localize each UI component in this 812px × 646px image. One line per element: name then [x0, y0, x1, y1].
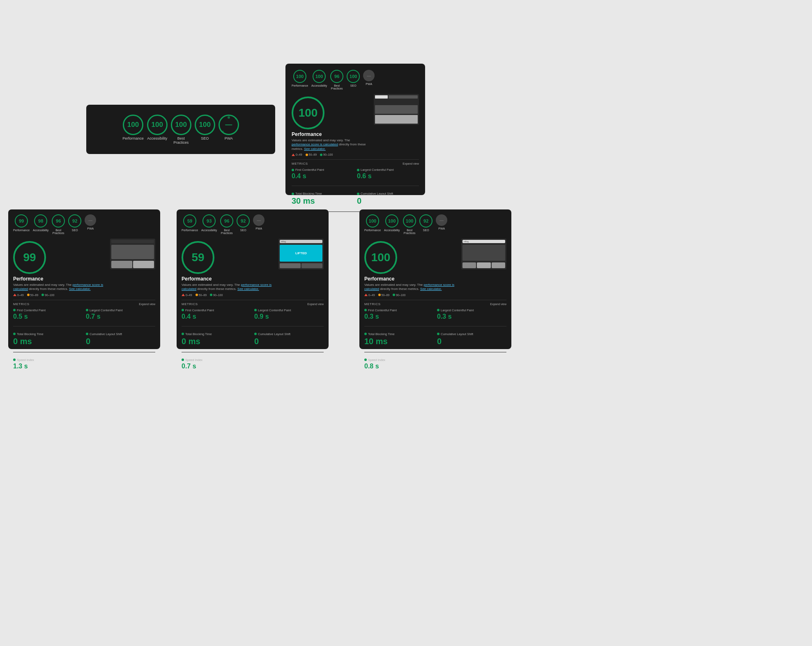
bc-thumb-header: inflog — [280, 240, 322, 243]
br-main-score: 100 — [364, 241, 397, 274]
tr-thumbnail — [374, 94, 419, 125]
br-metrics-title: METRICS — [364, 302, 381, 306]
tr-label-seo: SEO — [350, 84, 357, 87]
br-circle-pwa: — — [436, 214, 447, 226]
tr-expand-btn[interactable]: Expand view — [403, 162, 419, 165]
bl-metrics: METRICS Expand view First Contentful Pai… — [13, 300, 155, 370]
bc-circle-performance: 59 — [183, 214, 196, 228]
bc-divider-1 — [182, 326, 324, 326]
br-score-seo: 92 SEO — [419, 214, 432, 232]
tr-score-bestpractices: 96 Best Practices — [330, 70, 343, 90]
br-metric-tbt-value: 10 ms — [364, 337, 434, 346]
bc-main-content: 59 Performance Values are estimated and … — [182, 239, 324, 297]
bottom-center-card: 59 Performance 93 Accessibility 96 Best … — [177, 209, 329, 349]
tr-main-score: 100 — [292, 97, 324, 129]
score-item-bestpractices: 100 Best Practices — [171, 115, 191, 145]
bc-metric-si-dot — [182, 359, 184, 361]
thumb-main-block — [375, 105, 418, 114]
legend-dot-green — [320, 154, 322, 156]
tr-metric-tbt-name: Total Blocking Time — [292, 192, 354, 195]
legend-dot-orange — [306, 154, 308, 156]
bc-legend-dot-green — [210, 294, 212, 296]
bc-separator — [182, 300, 324, 300]
tr-left: 100 Performance Values are estimated and… — [292, 94, 369, 156]
bl-main-content: 99 Performance Values are estimated and … — [13, 239, 155, 297]
br-expand-btn[interactable]: Expand view — [490, 303, 506, 306]
bc-metric-lcp-name: Largest Contentful Paint — [254, 308, 324, 312]
bl-metric-cls-name: Cumulative Layout Shift — [86, 332, 155, 336]
score-label-seo: SEO — [201, 136, 209, 140]
bl-circle-bestpractices: 96 — [52, 214, 65, 228]
bc-thumb-block1 — [280, 263, 301, 268]
bottom-left-card: 99 Performance 98 Accessibility 96 Best … — [8, 209, 160, 349]
bc-metric-lcp: Largest Contentful Paint 0.9 s — [254, 308, 324, 320]
br-divider-2 — [364, 352, 506, 352]
bl-thumb-bar — [111, 240, 154, 243]
br-metric-si-name: Speed Index — [364, 358, 434, 362]
tr-metric-cls-name: Cumulative Layout Shift — [357, 192, 419, 195]
br-left: 100 Performance Values are estimated and… — [364, 239, 456, 297]
bl-label-bestpractices: Best Practices — [53, 229, 64, 234]
bl-metric-cls-value: 0 — [86, 337, 155, 346]
br-thumb-img3 — [492, 262, 505, 268]
tr-metric-fcp-dot — [292, 169, 294, 171]
bc-metric-si-name: Speed Index — [182, 358, 251, 362]
bc-divider-2 — [182, 352, 324, 352]
bl-score-pwa: — PWA — [85, 214, 96, 230]
tr-metric-fcp: First Contentful Paint 0.4 s — [292, 168, 354, 180]
br-score-performance: 100 Performance — [364, 214, 381, 232]
score-circle-bestpractices: 100 — [171, 115, 191, 135]
top-right-card: 100 Performance 100 Accessibility 96 Bes… — [285, 64, 425, 195]
bl-expand-btn[interactable]: Expand view — [139, 303, 155, 306]
bl-circle-performance: 99 — [15, 214, 28, 228]
bl-label-performance: Performance — [13, 229, 30, 232]
bc-label-bestpractices: Best Practices — [221, 229, 233, 234]
br-metric-cls-value: 0 — [437, 337, 506, 346]
tr-circle-accessibility: 100 — [313, 70, 326, 83]
bl-scores-row: 99 Performance 98 Accessibility 96 Best … — [13, 214, 155, 234]
top-bar-card: 100 Performance 100 Accessibility 100 Be… — [86, 105, 275, 154]
top-right-scores-row: 100 Performance 100 Accessibility 96 Bes… — [292, 70, 419, 90]
br-metric-lcp-name: Largest Contentful Paint — [437, 308, 506, 312]
bl-metric-lcp-dot — [86, 309, 88, 311]
bc-main-label: Performance — [182, 276, 212, 282]
bl-metric-si-name: Speed Index — [13, 358, 83, 362]
score-label-pwa: PWA — [225, 136, 233, 140]
tr-metric-tbt: Total Blocking Time 30 ms — [292, 192, 354, 206]
br-metric-lcp-dot — [437, 309, 439, 311]
bl-circle-accessibility: 98 — [34, 214, 47, 228]
bc-metric-tbt-dot — [182, 333, 184, 335]
tr-metric-lcp-value: 0.6 s — [357, 172, 419, 180]
br-legend-0-49: 0–49 — [364, 294, 375, 297]
bc-legend: 0–49 50–89 90–100 — [182, 294, 223, 297]
bc-metric-cls-name: Cumulative Layout Shift — [254, 332, 324, 336]
bc-score-performance: 59 Performance — [182, 214, 198, 232]
br-thumb-mid — [462, 245, 505, 261]
bc-expand-btn[interactable]: Expand view — [307, 303, 324, 306]
bc-main-score: 59 — [182, 241, 214, 274]
bl-metrics-header: METRICS Expand view — [13, 302, 155, 306]
score-label-accessibility: Accessibility — [147, 136, 167, 140]
tr-metric-cls-value: 0 — [357, 196, 419, 206]
bl-metrics-title: METRICS — [13, 302, 30, 306]
br-metric-si-dot — [364, 359, 367, 361]
tr-metric-tbt-value: 30 ms — [292, 196, 354, 206]
br-metric-fcp: First Contentful Paint 0.3 s — [364, 308, 434, 320]
br-metric-tbt-name: Total Blocking Time — [364, 332, 434, 336]
thumb-block-2 — [389, 95, 418, 99]
bc-metrics-grid: First Contentful Paint 0.4 s Largest Con… — [182, 308, 324, 370]
bc-score-pwa: — PWA — [253, 214, 265, 230]
br-separator — [364, 300, 506, 300]
bl-metric-si-value: 1.3 s — [13, 363, 83, 370]
br-thumb-img2 — [477, 262, 490, 268]
br-main-label: Performance — [364, 276, 394, 282]
score-circle-performance: 100 — [123, 115, 143, 135]
br-label-performance: Performance — [364, 229, 381, 232]
br-thumb-header: inflog — [462, 240, 505, 243]
tr-label-accessibility: Accessibility — [311, 84, 327, 87]
tr-metric-fcp-name: First Contentful Paint — [292, 168, 354, 172]
legend-0-49: 0–49 — [292, 153, 302, 156]
bc-left: 59 Performance Values are estimated and … — [182, 239, 274, 297]
bl-main-score: 99 — [13, 241, 46, 274]
bl-metrics-grid: First Contentful Paint 0.5 s Largest Con… — [13, 308, 155, 370]
